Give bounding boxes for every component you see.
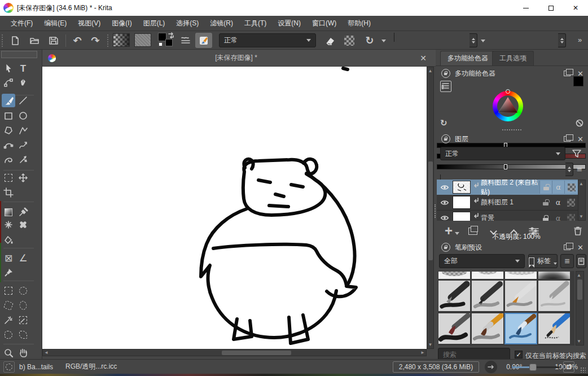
text-tool[interactable]: T [16,62,30,75]
freehand-selection-tool[interactable] [16,299,30,312]
pattern-chooser-swatch[interactable] [134,33,151,47]
similar-color-selection-tool[interactable] [2,313,15,327]
freehand-brush-tool[interactable] [2,94,15,107]
reset-colors-icon[interactable] [159,42,163,46]
transform-tool[interactable] [2,171,15,185]
maximize-button[interactable] [538,0,563,16]
toolbox-header[interactable] [1,51,37,58]
new-document-button[interactable] [8,33,23,48]
layer-blending-mode-dropdown[interactable]: 正常 [440,147,565,160]
bezier-curve-tool[interactable] [2,138,15,152]
polygon-tool[interactable] [2,124,15,137]
rectangular-selection-tool[interactable] [2,284,15,298]
color-selector-settings-button[interactable] [440,81,451,92]
scroll-up-arrow[interactable]: ▲ [427,68,433,73]
minimize-button[interactable] [514,0,538,16]
polyline-tool[interactable] [16,124,30,137]
current-brush-name[interactable]: b) Ba...tails [19,363,53,371]
rectangle-tool[interactable] [2,109,15,123]
toolbar-drag-handle-2[interactable] [107,34,111,47]
menu-image[interactable]: 图像(I) [107,16,137,30]
zoom-slider-handle[interactable] [529,364,537,371]
gradient-chooser-swatch[interactable] [113,33,130,47]
zoom-slider-track[interactable] [512,366,560,368]
undo-button[interactable]: ↶ [70,33,85,48]
edit-shapes-tool[interactable] [2,76,15,90]
polygonal-selection-tool[interactable] [2,299,15,312]
ellipse-tool[interactable] [16,109,30,123]
canvas-subwindow-titlebar[interactable]: [未保存图像] * ✕ [42,50,436,67]
menu-view[interactable]: 视图(V) [73,16,106,30]
redo-button[interactable]: ↷ [88,33,103,48]
smart-patch-tool[interactable] [16,218,30,231]
crop-tool[interactable] [2,186,15,199]
horizontal-scroll-handle[interactable] [222,351,291,355]
panel-resize-handle[interactable] [502,129,521,130]
scroll-down-arrow[interactable]: ▼ [577,339,581,344]
save-button[interactable] [46,33,61,48]
toolbar-drag-handle[interactable] [2,34,5,47]
bezier-selection-tool[interactable] [16,313,30,327]
menu-settings[interactable]: 设置(N) [273,16,306,30]
dynamic-brush-tool[interactable] [2,153,15,167]
blending-mode-dropdown[interactable]: 正常 [219,33,316,47]
layer-opacity-spinner[interactable] [565,163,573,176]
line-tool[interactable] [16,94,30,107]
scroll-down-arrow[interactable]: ▼ [427,342,433,347]
preserve-alpha-button[interactable] [342,33,357,48]
reload-dropdown-arrow[interactable] [381,40,386,42]
canvas-rotation-icon[interactable] [485,361,497,373]
open-document-button[interactable] [27,33,42,48]
magnetic-selection-tool[interactable] [2,328,15,342]
pattern-edit-tool[interactable] [2,218,15,231]
elliptical-selection-tool[interactable] [16,284,30,298]
fill-tool[interactable] [2,233,15,247]
calligraphy-tool[interactable] [16,76,30,90]
reference-images-tool[interactable] [2,266,15,279]
eraser-mode-button[interactable] [323,33,337,48]
refresh-history-icon[interactable]: ↻ [440,119,447,127]
background-color-swatch[interactable] [165,39,173,46]
no-color-icon[interactable] [576,119,583,127]
move-tool[interactable] [16,171,30,185]
gradient-tool[interactable] [2,206,15,219]
image-size-button[interactable]: 2,480 x 3,508 (34.6 MiB) [393,361,479,373]
close-button[interactable]: ✕ [563,0,588,16]
float-docker-icon[interactable] [564,136,571,142]
brush-preset-tile-selected[interactable] [504,313,537,344]
multibrush-tool[interactable] [16,153,30,167]
assistants-tool[interactable]: ⊠ [2,251,15,265]
menu-tools[interactable]: 工具(T) [239,16,271,30]
swap-colors-icon[interactable] [168,32,174,38]
enclose-fill-tool[interactable] [16,328,30,342]
zoom-tool[interactable] [2,346,15,360]
window-resize-grip[interactable] [580,367,586,373]
menu-help[interactable]: 帮助(H) [343,16,376,30]
docker-lock-icon[interactable] [441,69,450,78]
zoom-fit-button[interactable] [563,361,574,373]
menu-window[interactable]: 窗口(W) [307,16,341,30]
canvas-horizontal-scrollbar[interactable]: ◄ ► [42,349,427,356]
selection-display-button[interactable] [3,361,15,373]
close-docker-icon[interactable]: ✕ [577,135,583,143]
canvas-vertical-scrollbar[interactable]: ▲ ▼ [427,67,434,349]
menu-file[interactable]: 文件(F) [6,16,38,30]
search-scope-checkbox[interactable]: ✓ [515,351,523,358]
color-profile-label[interactable]: RGB/透明...rc.icc [65,362,117,371]
menu-layer[interactable]: 图层(L) [138,16,170,30]
vertical-scroll-handle[interactable] [428,161,433,260]
layer-opacity-slider[interactable]: 不透明度: 100% [440,174,588,299]
canvas[interactable] [42,67,427,349]
layer-filter-funnel-icon[interactable] [571,148,582,159]
brush-preset-tile[interactable] [438,313,471,344]
reload-original-preset-button[interactable]: ↻ [362,33,377,48]
choose-brush-preset-button[interactable] [178,33,193,48]
menu-edit[interactable]: 编辑(E) [39,16,72,30]
freehand-path-tool[interactable] [16,138,30,152]
measure-tool[interactable]: ∠ [16,251,30,265]
foreground-background-colors[interactable] [158,33,175,49]
scroll-right-arrow[interactable]: ► [420,350,425,355]
menu-select[interactable]: 选择(S) [171,16,204,30]
color-wheel[interactable] [493,91,523,121]
brush-preset-tile[interactable] [538,313,571,344]
